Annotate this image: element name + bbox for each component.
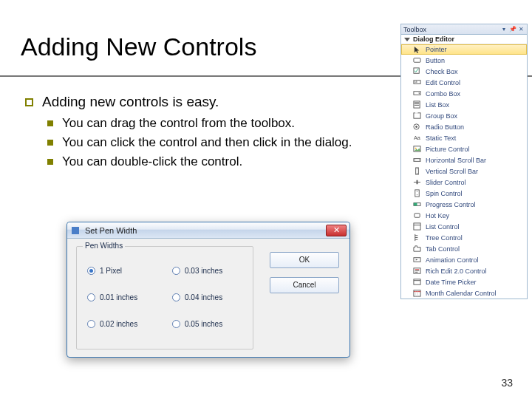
radio-dot-icon (172, 267, 180, 275)
radio-1-pixel[interactable]: 1 Pixel (87, 267, 160, 275)
toolbox-item-combo[interactable]: Combo Box (401, 88, 527, 99)
main-bullet: Adding new controls is easy. (42, 93, 219, 111)
svg-rect-20 (415, 190, 420, 197)
toolbox-item-animation[interactable]: Animation Control (401, 254, 527, 265)
svg-point-15 (415, 148, 417, 149)
animation-icon (413, 256, 421, 264)
calendar-icon (413, 289, 421, 297)
radio-0-02[interactable]: 0.02 inches (87, 320, 160, 328)
vscroll-icon (413, 167, 421, 175)
toolbox-item-richedit[interactable]: Rich Edit 2.0 Control (401, 265, 527, 276)
close-icon[interactable]: ✕ (518, 26, 525, 33)
radio-dot-icon (87, 293, 95, 301)
ok-button[interactable]: OK (270, 252, 339, 268)
radio-icon (413, 123, 421, 131)
svg-text:Aa: Aa (414, 134, 421, 141)
toolbox-item-slider[interactable]: Slider Control (401, 177, 527, 188)
richedit-icon (413, 267, 421, 275)
toolbox-item-listctrl[interactable]: List Control (401, 221, 527, 232)
radio-0-03[interactable]: 0.03 inches (172, 267, 245, 275)
edit-icon: ab (413, 78, 421, 86)
picture-icon (413, 145, 421, 153)
svg-rect-22 (414, 203, 417, 206)
svg-rect-19 (417, 180, 418, 185)
slide-body: Adding new controls is easy. You can dra… (25, 93, 387, 173)
sub-bullet: You can drag the control from the toolbo… (62, 115, 295, 132)
dropdown-icon[interactable]: ▾ (500, 26, 507, 33)
dialog-titlebar[interactable]: Set Pen Width ✕ (67, 222, 349, 239)
svg-text:ab: ab (415, 81, 417, 83)
toolbox-item-listbox[interactable]: List Box (401, 99, 527, 110)
spin-icon (413, 189, 421, 197)
toolbox-item-pointer[interactable]: Pointer (401, 44, 527, 55)
toolbox-item-radio[interactable]: Radio Button (401, 121, 527, 132)
page-number: 33 (501, 377, 513, 389)
svg-rect-9 (414, 113, 420, 118)
radio-0-04[interactable]: 0.04 inches (172, 293, 245, 301)
sub-bullet: You can double-click the control. (62, 154, 242, 170)
toolbox-item-hotkey[interactable]: Hot Key (401, 210, 527, 221)
listbox-icon (413, 100, 421, 109)
pointer-icon (413, 46, 421, 54)
svg-rect-10 (415, 112, 418, 114)
sub-bullet: You can click the control and then click… (62, 134, 352, 151)
hotkey-icon (413, 211, 421, 219)
toolbox-item-picture[interactable]: Picture Control (401, 143, 527, 154)
toolbox-titlebar: Toolbox ▾ 📌 ✕ (401, 24, 527, 35)
toolbox-item-edit[interactable]: abEdit Control (401, 77, 527, 88)
toolbox-panel: Toolbox ▾ 📌 ✕ Dialog Editor Pointer Butt… (400, 24, 528, 299)
toolbox-title-text: Toolbox (403, 26, 498, 33)
checkbox-icon (413, 67, 421, 75)
svg-rect-35 (414, 279, 420, 284)
datetime-icon (413, 278, 421, 286)
toolbox-item-static[interactable]: AaStatic Text (401, 132, 527, 143)
close-button[interactable]: ✕ (326, 225, 347, 236)
toolbox-section-label: Dialog Editor (413, 35, 454, 43)
group-label: Pen Widths (83, 242, 125, 250)
static-text-icon: Aa (413, 134, 421, 142)
bullet-outline-icon (25, 98, 33, 106)
toolbox-item-tabctrl[interactable]: Tab Control (401, 243, 527, 254)
toolbox-item-treectrl[interactable]: Tree Control (401, 232, 527, 243)
hscroll-icon (413, 156, 421, 164)
pin-icon[interactable]: 📌 (509, 26, 516, 33)
toolbox-item-monthcal[interactable]: Month Calendar Control (401, 287, 527, 299)
radio-dot-icon (172, 293, 180, 301)
bullet-square-icon (47, 120, 53, 126)
progress-icon (413, 200, 421, 208)
radio-dot-icon (172, 320, 180, 328)
tab-control-icon (413, 245, 421, 253)
radio-0-01[interactable]: 0.01 inches (87, 293, 160, 301)
dialog-title: Set Pen Width (85, 226, 326, 235)
svg-rect-0 (414, 58, 420, 63)
toolbox-section-header[interactable]: Dialog Editor (401, 35, 527, 44)
svg-rect-24 (414, 223, 420, 230)
toolbox-item-vscroll[interactable]: Vertical Scroll Bar (401, 166, 527, 177)
toolbox-item-hscroll[interactable]: Horizontal Scroll Bar (401, 154, 527, 166)
cancel-button[interactable]: Cancel (270, 277, 339, 293)
svg-rect-37 (414, 290, 420, 296)
toolbox-item-groupbox[interactable]: Group Box (401, 110, 527, 121)
slider-icon (413, 178, 421, 186)
pen-width-dialog: Set Pen Width ✕ Pen Widths 1 Pixel 0.03 … (66, 222, 350, 358)
toolbox-item-datetime[interactable]: Date Time Picker (401, 276, 527, 287)
toolbox-item-spin[interactable]: Spin Control (401, 188, 527, 199)
bullet-square-icon (47, 159, 53, 165)
toolbox-item-button[interactable]: Button (401, 55, 527, 66)
combo-icon (413, 89, 421, 98)
svg-point-12 (415, 126, 417, 128)
radio-0-05[interactable]: 0.05 inches (172, 320, 245, 328)
tree-control-icon (413, 233, 421, 242)
dialog-app-icon (70, 225, 81, 236)
pen-widths-group: Pen Widths 1 Pixel 0.03 inches 0.01 inch… (76, 246, 253, 349)
list-control-icon (413, 222, 421, 231)
bullet-square-icon (47, 140, 53, 146)
radio-dot-icon (87, 320, 95, 328)
svg-rect-23 (415, 214, 420, 218)
groupbox-icon (413, 112, 421, 120)
toolbox-item-checkbox[interactable]: Check Box (401, 66, 527, 77)
chevron-down-icon (404, 38, 410, 41)
button-icon (413, 56, 421, 64)
toolbox-item-progress[interactable]: Progress Control (401, 199, 527, 210)
radio-dot-icon (87, 267, 95, 275)
